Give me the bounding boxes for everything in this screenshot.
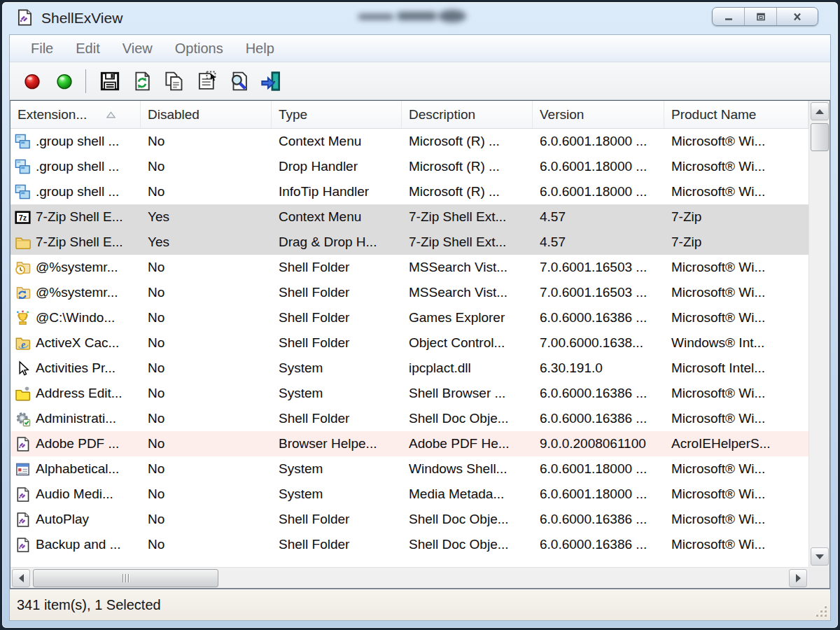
table-row[interactable]: @%systemr...NoShell FolderMSSearch Vist.… [10,280,808,305]
disabled-cell: No [141,159,272,174]
type-cell: Shell Folder [272,335,402,351]
table-row[interactable]: Address Edit...NoSystemShell Browser ...… [10,381,808,406]
menu-item-file[interactable]: File [20,35,64,62]
extension-name: Address Edit... [36,386,122,401]
vertical-scroll-thumb[interactable] [811,123,829,151]
scroll-left-button[interactable] [12,569,30,587]
app-icon[interactable] [15,8,34,27]
menu-item-options[interactable]: Options [164,35,234,62]
table-row[interactable]: .group shell ...NoContext MenuMicrosoft … [10,129,808,154]
extension-cell: ActiveX Cac... [10,335,141,351]
column-header-extension[interactable]: Extension... [10,101,141,128]
table-row[interactable]: .group shell ...NoDrop HandlerMicrosoft … [10,154,808,179]
extension-cell: Alphabetical... [10,461,141,477]
version-cell: 6.0.6001.18000 ... [533,461,664,477]
refresh-button[interactable] [128,66,156,96]
table-row[interactable]: @%systemr...NoShell FolderMSSearch Vist.… [10,255,808,280]
disabled-cell: No [141,486,272,502]
column-header-product-name[interactable]: Product Name [664,101,808,128]
minimize-button[interactable] [713,8,745,25]
table-row[interactable]: Alphabetical...NoSystemWindows Shell...6… [10,456,808,482]
disabled-cell: No [141,360,272,376]
properties-button[interactable] [192,66,220,96]
table-row[interactable]: 7-Zip Shell E...YesDrag & Drop H...7-Zip… [10,230,808,255]
scroll-up-button[interactable] [811,102,829,120]
table-row[interactable]: @C:\Windo...NoShell FolderGames Explorer… [10,305,808,330]
shellex-doc-icon [15,486,31,503]
extension-name: .group shell ... [36,159,119,174]
table-row[interactable]: AutoPlayNoShell FolderShell Doc Obje...6… [10,507,808,532]
product-cell: Microsoft® Wi... [664,386,808,401]
table-row[interactable]: Audio Medi...NoSystemMedia Metada...6.0.… [10,482,808,507]
toolbar-separator [85,69,86,93]
save-button[interactable] [96,66,124,96]
table-row[interactable]: Backup and ...NoShell FolderShell Doc Ob… [10,532,808,557]
right-arrow-icon [796,574,801,582]
client-area: FileEditViewOptionsHelp Extension...Disa… [9,34,831,621]
table-row[interactable]: .group shell ...NoInfoTip HandlerMicroso… [10,179,808,204]
horizontal-scrollbar[interactable] [10,567,808,588]
calendar-doc-icon [15,461,31,477]
close-icon [791,11,804,22]
green-ball-icon [56,73,73,90]
shellex-doc-icon [15,512,31,528]
maximize-button[interactable] [745,8,777,25]
menu-item-view[interactable]: View [111,35,164,62]
vertical-scrollbar[interactable] [808,101,830,567]
extension-name: @%systemr... [36,285,118,300]
toolbar [10,62,830,100]
column-header-description[interactable]: Description [402,101,533,128]
scroll-right-button[interactable] [789,569,807,587]
find-button[interactable] [225,66,253,96]
description-cell: MSSearch Vist... [402,285,533,300]
enable-selected-button[interactable] [50,66,78,96]
table-row[interactable]: Administrati...NoShell FolderShell Doc O… [10,406,808,431]
description-cell: 7-Zip Shell Ext... [402,209,533,225]
menu-item-help[interactable]: Help [234,35,286,62]
save-icon [99,71,120,92]
extension-cell: .group shell ... [10,159,141,175]
version-cell: 7.0.6001.16503 ... [533,260,664,275]
product-cell: Windows® Int... [664,335,808,351]
product-cell: Microsoft® Wi... [664,537,808,552]
extension-name: Alphabetical... [36,461,119,477]
refresh-icon [132,71,153,92]
table-row[interactable]: ActiveX Cac...NoShell FolderObject Contr… [10,330,808,356]
maximize-icon [755,11,767,22]
title-bar[interactable]: ShellExView [2,2,838,33]
description-cell: MSSearch Vist... [402,260,533,275]
extension-cell: @%systemr... [10,260,141,276]
menu-item-edit[interactable]: Edit [64,35,111,62]
extension-name: .group shell ... [36,134,119,149]
product-cell: AcroIEHelperS... [664,436,808,451]
resize-grip[interactable] [815,605,827,617]
description-cell: 7-Zip Shell Ext... [402,234,533,250]
version-cell: 6.0.6001.18000 ... [533,486,664,502]
screen: ShellExView [0,0,840,630]
column-header-type[interactable]: Type [272,101,402,128]
column-header-label: Extension... [18,107,87,122]
version-cell: 6.0.6001.18000 ... [533,134,664,149]
table-row[interactable]: Adobe PDF ...NoBrowser Helpe...Adobe PDF… [10,431,808,456]
scroll-down-button[interactable] [811,547,829,566]
table-row[interactable]: Activities Pr...NoSystemipcplact.dll6.30… [10,356,808,381]
clock-folder-icon [15,260,31,276]
minimize-icon [722,11,735,22]
exit-button[interactable] [257,66,285,96]
extension-name: @C:\Windo... [36,310,115,326]
copy-button[interactable] [160,66,188,96]
horizontal-scroll-thumb[interactable] [33,569,218,587]
column-header-disabled[interactable]: Disabled [141,101,272,128]
extension-name: 7-Zip Shell E... [36,209,123,225]
disable-selected-button[interactable] [18,66,46,96]
table-row[interactable]: 7-Zip Shell E...YesContext Menu7-Zip She… [10,204,808,230]
type-cell: Shell Folder [272,512,402,527]
column-header-version[interactable]: Version [533,101,664,128]
description-cell: Adobe PDF He... [402,436,533,451]
extension-cell: Address Edit... [10,386,141,402]
close-button[interactable] [777,8,818,25]
column-header-label: Disabled [148,107,200,122]
disabled-cell: No [141,436,272,451]
version-cell: 9.0.0.2008061100 [533,436,664,451]
extension-name: 7-Zip Shell E... [36,234,123,250]
